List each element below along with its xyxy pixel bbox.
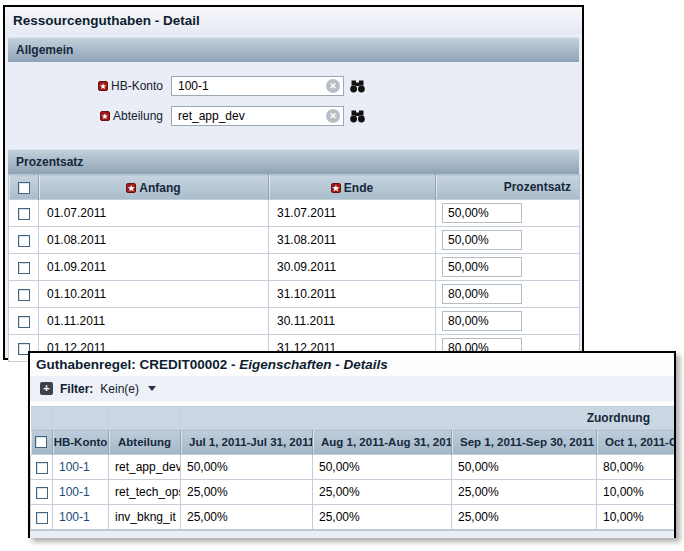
row-checkbox[interactable]: [18, 208, 30, 220]
section-label: Allgemein: [16, 43, 73, 57]
value-cell-jul: 50,00%: [181, 455, 313, 480]
table-row: 100-1 ret_app_dev 50,00% 50,00% 50,00% 8…: [31, 455, 675, 480]
window2-title-italic: Eigenschaften - Details: [239, 357, 388, 372]
section-header-prozentsatz: Prozentsatz: [8, 149, 579, 174]
row-checkbox[interactable]: [18, 262, 30, 274]
row-checkbox[interactable]: [36, 512, 48, 524]
chevron-down-icon[interactable]: [148, 386, 156, 391]
credit-rule-details-window: Guthabenregel: CREDIT00002 - Eigenschaft…: [28, 351, 676, 538]
value-cell-sep: 25,00%: [452, 505, 597, 530]
window1-titlebar: Ressourcenguthaben - Detail: [5, 7, 582, 34]
department-cell: inv_bkng_it: [109, 505, 181, 530]
abteilung-row: ★ Abteilung ✕: [5, 105, 582, 127]
value-cell-jul: 25,00%: [181, 505, 313, 530]
department-cell: ret_app_dev: [109, 455, 181, 480]
end-date-cell: 31.10.2011: [269, 281, 436, 308]
percentage-input[interactable]: [442, 257, 522, 277]
hb-konto-input[interactable]: [171, 76, 344, 96]
value-cell-oct: 10,00%: [597, 480, 675, 505]
start-date-cell: 01.10.2011: [39, 281, 269, 308]
value-cell-jul: 25,00%: [181, 480, 313, 505]
table-row: 01.11.2011 30.11.2011: [9, 308, 580, 335]
table-row: 100-1 inv_bkng_it 25,00% 25,00% 25,00% 1…: [31, 505, 675, 530]
account-link[interactable]: 100-1: [59, 485, 90, 499]
zuordnung-group-header: Zuordnung: [181, 407, 675, 430]
window1-title: Ressourcenguthaben - Detail: [13, 13, 200, 28]
select-all-checkbox[interactable]: [18, 182, 30, 194]
row-checkbox[interactable]: [36, 462, 48, 474]
section-label: Prozentsatz: [16, 155, 83, 169]
select-all-header: [9, 175, 39, 200]
end-date-cell: 30.11.2011: [269, 308, 436, 335]
value-cell-aug: 25,00%: [313, 505, 452, 530]
value-cell-sep: 25,00%: [452, 480, 597, 505]
row-checkbox[interactable]: [18, 316, 30, 328]
prozentsatz-header: Prozentsatz: [436, 175, 580, 200]
start-date-cell: 01.09.2011: [39, 254, 269, 281]
hb-konto-row: ★ HB-Konto ✕: [5, 75, 582, 97]
table-row: 01.10.2011 31.10.2011: [9, 281, 580, 308]
end-date-cell: 31.07.2011: [269, 200, 436, 227]
percentage-table: ★Anfang ★Ende Prozentsatz 01.07.2011 31.…: [8, 174, 580, 362]
percentage-input[interactable]: [442, 230, 522, 250]
filter-label: Filter:: [60, 382, 93, 396]
filter-value[interactable]: Kein(e): [100, 382, 139, 396]
value-cell-aug: 50,00%: [313, 455, 452, 480]
clear-icon[interactable]: ✕: [326, 109, 340, 123]
table-row: 01.09.2011 30.09.2011: [9, 254, 580, 281]
required-icon: ★: [126, 183, 136, 193]
table-row: 01.07.2011 31.07.2011: [9, 200, 580, 227]
end-date-cell: 31.08.2011: [269, 227, 436, 254]
column-header-row: HB-Konto Abteilung Jul 1, 2011-Jul 31, 2…: [31, 430, 675, 455]
allocation-table-viewport: Zuordnung HB-Konto Abteilung Jul 1, 2011…: [30, 406, 674, 538]
row-checkbox[interactable]: [18, 289, 30, 301]
value-cell-aug: 25,00%: [313, 480, 452, 505]
start-date-cell: 01.07.2011: [39, 200, 269, 227]
period-header-aug: Aug 1, 2011-Aug 31, 2011: [313, 430, 452, 455]
value-cell-sep: 50,00%: [452, 455, 597, 480]
end-date-cell: 30.09.2011: [269, 254, 436, 281]
group-spacer: [53, 407, 109, 430]
filter-bar: + Filter: Kein(e): [30, 376, 674, 401]
start-date-cell: 01.08.2011: [39, 227, 269, 254]
binoculars-icon[interactable]: [350, 80, 365, 93]
select-all-checkbox[interactable]: [35, 436, 47, 448]
value-cell-oct: 80,00%: [597, 455, 675, 480]
group-spacer: [31, 407, 53, 430]
ende-header: ★Ende: [269, 175, 436, 200]
anfang-header: ★Anfang: [39, 175, 269, 200]
required-icon: ★: [98, 81, 108, 91]
select-all-header: [31, 430, 53, 455]
required-icon: ★: [100, 111, 110, 121]
percentage-input[interactable]: [442, 284, 522, 304]
group-spacer: [109, 407, 181, 430]
percentage-input[interactable]: [442, 311, 522, 331]
hb-konto-fieldwrap: ✕: [171, 76, 344, 96]
resource-credit-detail-window: Ressourcenguthaben - Detail Allgemein ★ …: [3, 5, 584, 360]
account-link[interactable]: 100-1: [59, 510, 90, 524]
department-cell: ret_tech_ops: [109, 480, 181, 505]
abteilung-header: Abteilung: [109, 430, 181, 455]
konto-header: HB-Konto: [53, 430, 109, 455]
start-date-cell: 01.11.2011: [39, 308, 269, 335]
period-header-oct: Oct 1, 2011-Oct 31: [597, 430, 675, 455]
table-row: 100-1 ret_tech_ops 25,00% 25,00% 25,00% …: [31, 480, 675, 505]
period-header-jul: Jul 1, 2011-Jul 31, 2011: [181, 430, 313, 455]
period-header-sep: Sep 1, 2011-Sep 30, 2011: [452, 430, 597, 455]
hb-konto-label: ★ HB-Konto: [5, 79, 163, 93]
general-form: ★ HB-Konto ✕: [5, 62, 582, 146]
row-checkbox[interactable]: [36, 487, 48, 499]
abteilung-label: ★ Abteilung: [5, 109, 163, 123]
window2-title: Guthabenregel: CREDIT00002 -: [36, 357, 239, 372]
row-checkbox[interactable]: [18, 235, 30, 247]
value-cell-oct: 10,00%: [597, 505, 675, 530]
section-header-allgemein: Allgemein: [8, 37, 579, 62]
account-link[interactable]: 100-1: [59, 460, 90, 474]
percentage-input[interactable]: [442, 203, 522, 223]
required-icon: ★: [331, 183, 341, 193]
abteilung-input[interactable]: [171, 106, 344, 126]
binoculars-icon[interactable]: [350, 110, 365, 123]
allocation-table: Zuordnung HB-Konto Abteilung Jul 1, 2011…: [30, 406, 674, 530]
filter-expand-icon[interactable]: +: [40, 382, 53, 395]
clear-icon[interactable]: ✕: [326, 79, 340, 93]
